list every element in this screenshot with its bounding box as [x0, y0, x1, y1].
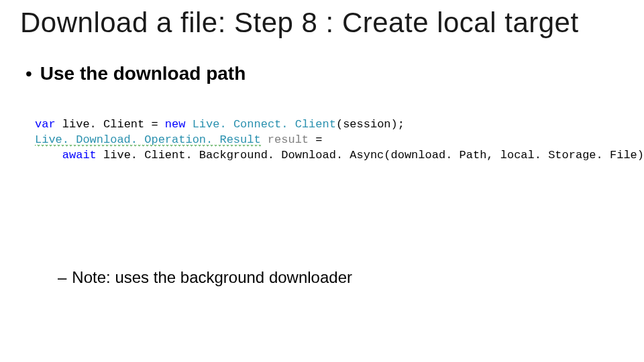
bullet-marker: • — [25, 64, 32, 83]
code-line-3: await live. Client. Background. Download… — [35, 149, 644, 162]
type-liveconnectclient: Live. Connect. Client — [193, 118, 336, 131]
kw-new: new — [165, 118, 186, 131]
arg-downloadpath: download. Path — [391, 149, 487, 162]
id-live: live. — [62, 118, 103, 131]
slide-title: Download a file: Step 8 : Create local t… — [20, 7, 579, 39]
slide: Download a file: Step 8 : Create local t… — [0, 0, 644, 362]
id-client: Client — [103, 118, 144, 131]
arg-localfile: local. Storage. File — [500, 149, 637, 162]
sub-bullet-text: Note: uses the background downloader — [72, 268, 352, 287]
sub-bullet-item: – Note: uses the background downloader — [58, 268, 352, 287]
call-bgdownload: live. Client. Background. Download. Asyn… — [103, 149, 384, 162]
code-line-2: Live. Download. Operation. Result result… — [35, 133, 322, 147]
paren-close: ); — [391, 118, 405, 131]
code-line-1: var live. Client = new Live. Connect. Cl… — [35, 118, 405, 131]
paren-open: ( — [384, 149, 390, 162]
bullet-item: • Use the download path — [25, 63, 246, 84]
paren-close: ); — [637, 149, 644, 162]
type-downloadresult: Live. Download. Operation. Result — [35, 133, 261, 147]
op-eq: = — [315, 133, 322, 146]
kw-await: await — [62, 149, 97, 162]
arg-session: session — [343, 118, 390, 131]
comma: , — [486, 149, 500, 162]
op-eq: = — [151, 118, 158, 131]
code-block: var live. Client = new Live. Connect. Cl… — [35, 102, 644, 179]
paren-open: ( — [336, 118, 343, 131]
id-result: result — [268, 133, 309, 146]
kw-var: var — [35, 118, 56, 131]
bullet-text: Use the download path — [40, 63, 246, 84]
sub-bullet-marker: – — [58, 268, 66, 287]
